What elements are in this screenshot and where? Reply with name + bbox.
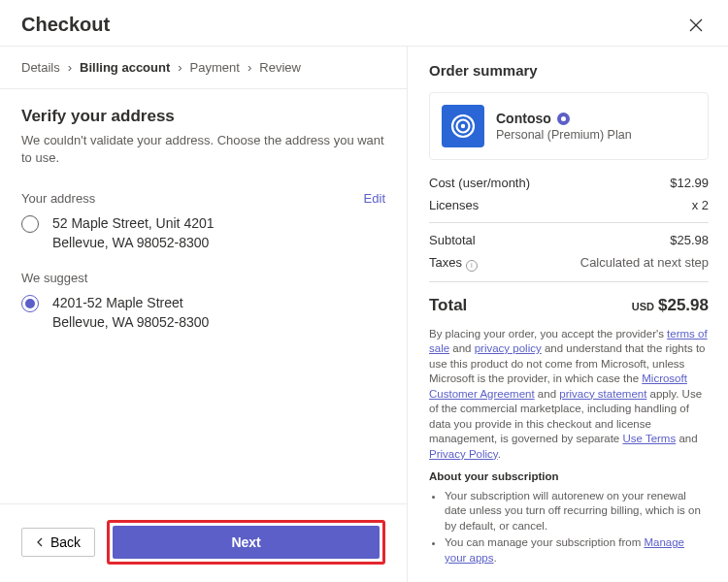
verify-heading: Verify your address [21, 107, 385, 126]
licenses-value: x 2 [692, 198, 709, 212]
close-button[interactable] [685, 15, 707, 36]
spiral-icon [449, 113, 477, 140]
verify-subtext: We couldn't validate your address. Choos… [21, 132, 385, 166]
back-button[interactable]: Back [21, 528, 95, 557]
address-line1: 52 Maple Street, Unit 4201 [52, 213, 215, 233]
we-suggest-label: We suggest [21, 271, 385, 285]
taxes-value: Calculated at next step [580, 255, 709, 272]
total-value: USD$25.98 [632, 296, 709, 315]
next-button[interactable]: Next [113, 526, 380, 559]
subtotal-value: $25.98 [670, 233, 709, 247]
divider [429, 222, 709, 223]
radio-icon [21, 215, 39, 233]
breadcrumb-item-payment[interactable]: Payment [190, 60, 240, 75]
privacy-statement-link[interactable]: privacy statement [559, 388, 646, 400]
your-address-label: Your address [21, 191, 95, 206]
back-button-label: Back [50, 534, 81, 550]
address-line1: 4201-52 Maple Street [52, 293, 209, 312]
cost-label: Cost (user/month) [429, 176, 530, 190]
next-button-highlight: Next [107, 520, 385, 565]
legal-text: By placing your order, you accept the pr… [429, 327, 709, 566]
close-icon [689, 18, 703, 32]
breadcrumb-item-details[interactable]: Details [21, 60, 60, 75]
chevron-left-icon [36, 537, 45, 547]
cost-value: $12.99 [670, 176, 709, 190]
chevron-right-icon: › [248, 60, 251, 75]
dialog-title: Checkout [21, 14, 110, 36]
info-icon[interactable]: i [466, 260, 478, 272]
privacy-policy2-link[interactable]: Privacy Policy [429, 448, 498, 460]
licenses-label: Licenses [429, 198, 479, 212]
product-name: Contoso [496, 111, 551, 126]
chevron-right-icon: › [68, 60, 72, 75]
verified-icon [557, 113, 570, 125]
address-option-suggested[interactable]: 4201-52 Maple Street Bellevue, WA 98052-… [21, 293, 385, 333]
use-terms-link[interactable]: Use Terms [622, 433, 676, 444]
address-option-entered[interactable]: 52 Maple Street, Unit 4201 Bellevue, WA … [21, 213, 385, 253]
breadcrumb-item-review[interactable]: Review [259, 60, 301, 75]
address-line2: Bellevue, WA 98052-8300 [52, 312, 209, 332]
subtotal-label: Subtotal [429, 233, 476, 247]
total-label: Total [429, 296, 467, 315]
subscription-bullet: You can manage your subscription from Ma… [445, 535, 709, 566]
chevron-right-icon: › [178, 60, 182, 75]
breadcrumb: Details › Billing account › Payment › Re… [0, 47, 407, 89]
about-subscription-heading: About your subscription [429, 469, 709, 485]
plan-name: Personal (Premium) Plan [496, 128, 632, 142]
taxes-label: Taxesi [429, 255, 478, 272]
product-logo [442, 105, 484, 147]
order-summary-title: Order summary [429, 62, 709, 79]
divider [429, 281, 709, 282]
breadcrumb-item-billing[interactable]: Billing account [80, 60, 170, 75]
svg-point-4 [461, 124, 465, 128]
edit-address-link[interactable]: Edit [364, 191, 385, 206]
privacy-policy-link[interactable]: privacy policy [475, 342, 542, 354]
radio-icon [21, 295, 39, 312]
subscription-bullet: Your subscription will autorenew on your… [445, 489, 709, 534]
address-line2: Bellevue, WA 98052-8300 [52, 233, 215, 252]
product-card: Contoso Personal (Premium) Plan [429, 92, 709, 160]
